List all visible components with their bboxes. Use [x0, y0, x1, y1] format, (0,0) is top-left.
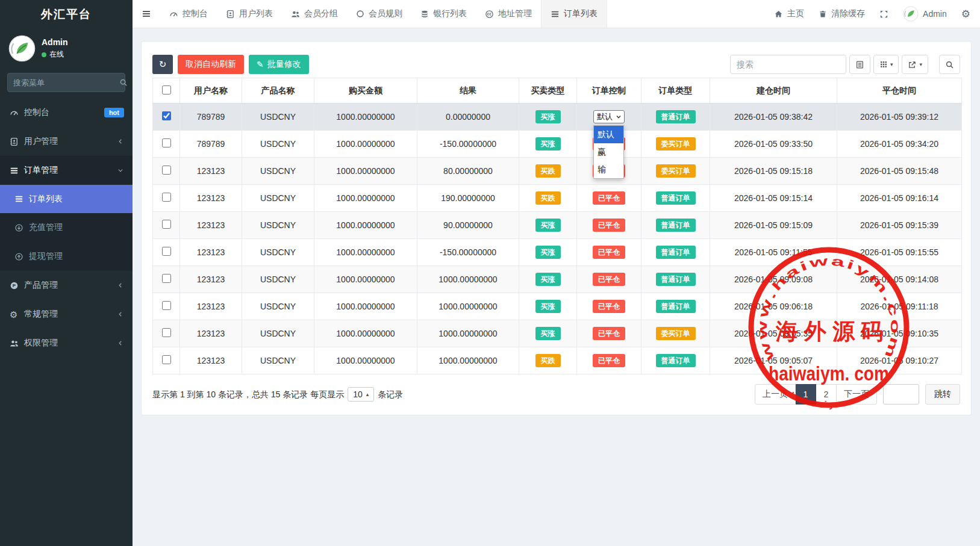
refresh-button[interactable]: ↻	[152, 55, 173, 74]
side-cell: 买跌	[519, 185, 577, 212]
sidebar-item-order-mgmt[interactable]: 订单管理	[0, 156, 133, 185]
records-info: 显示第 1 到第 10 条记录，总共 15 条记录 每页显示10▴条记录	[152, 387, 403, 402]
sidebar-item-label: 权限管理	[24, 338, 117, 349]
nav-tab-label: 控制台	[183, 8, 208, 19]
cc-icon	[485, 10, 494, 19]
row-checkbox[interactable]	[162, 247, 171, 256]
page-size-value: 10	[353, 389, 363, 399]
dropdown-option[interactable]: 输	[594, 161, 623, 178]
refresh-icon: ↻	[159, 59, 167, 70]
row-checkbox[interactable]	[162, 220, 171, 229]
clear-cache-link[interactable]: 清除缓存	[819, 8, 865, 19]
sidebar-item-general-mgmt[interactable]: ⚙ 常规管理	[0, 300, 133, 329]
fullscreen-icon[interactable]	[879, 10, 888, 19]
sidebar-item-order-list[interactable]: 订单列表	[0, 185, 133, 213]
open-time-cell: 2026-01-05 09:38:42	[710, 104, 837, 131]
select-all-checkbox[interactable]	[162, 85, 171, 95]
row-checkbox[interactable]	[162, 355, 171, 364]
order-type-badge: 委买订单	[656, 137, 696, 150]
page-size-select[interactable]: 10▴	[348, 387, 374, 402]
result-cell: 90.00000000	[417, 212, 519, 239]
cancel-auto-refresh-button[interactable]: 取消自动刷新	[178, 55, 244, 74]
navbar-user-menu[interactable]: Admin	[903, 6, 947, 22]
dropdown-option[interactable]: 赢	[594, 143, 623, 161]
side-cell: 买涨	[519, 320, 577, 347]
order-mgmt-submenu: 订单列表 充值管理 提现管理	[0, 185, 133, 271]
nav-tab-member-group[interactable]: 会员分组	[282, 0, 347, 28]
clipboard-icon	[855, 60, 864, 69]
address-book-icon	[226, 10, 235, 19]
nav-tab-order-list[interactable]: 订单列表	[541, 0, 607, 28]
col-result: 结果	[417, 78, 519, 104]
table-search-input[interactable]	[730, 55, 846, 74]
nav-tab-address-mgmt[interactable]: 地址管理	[476, 0, 541, 28]
nav-tab-dashboard[interactable]: 控制台	[160, 0, 217, 28]
close-time-cell: 2026-01-05 09:14:08	[837, 266, 962, 293]
nav-tab-bank-list[interactable]: 银行列表	[411, 0, 476, 28]
users-icon	[10, 339, 24, 348]
col-user: 用户名称	[180, 78, 242, 104]
amount-cell: 1000.00000000	[314, 347, 417, 374]
users-icon	[291, 10, 300, 19]
nav-tab-member-rules[interactable]: 会员规则	[347, 0, 411, 28]
table-toolbar: ↻ 取消自动刷新 ✎批量修改 ▾ ▾	[152, 55, 960, 74]
row-checkbox[interactable]	[162, 138, 171, 147]
open-time-cell: 2026-01-05 09:15:09	[710, 212, 837, 239]
row-checkbox[interactable]	[162, 193, 171, 202]
home-link[interactable]: 主页	[774, 8, 804, 19]
side-cell: 买涨	[519, 212, 577, 239]
side-badge: 买跌	[535, 164, 561, 178]
order-control-select[interactable]: 默认	[593, 110, 625, 123]
page-button-2[interactable]: 2	[816, 384, 837, 405]
jump-button[interactable]: 跳转	[925, 384, 960, 405]
product-cell: USDCNY	[242, 212, 314, 239]
closed-badge: 已平仓	[593, 354, 625, 367]
type-cell: 普通订单	[641, 347, 710, 374]
sidebar-item-user-mgmt[interactable]: 用户管理	[0, 127, 133, 156]
columns-button[interactable]: ▾	[873, 55, 899, 74]
table-row: 123123USDCNY1000.0000000090.00000000买涨已平…	[153, 212, 962, 239]
hot-badge: hot	[104, 108, 124, 117]
dropdown-option[interactable]: 默认	[594, 126, 623, 143]
side-badge: 买跌	[535, 191, 561, 205]
result-cell: 1000.00000000	[417, 320, 519, 347]
row-checkbox[interactable]	[162, 328, 171, 337]
product-cell: USDCNY	[242, 104, 314, 131]
product-cell: USDCNY	[242, 293, 314, 320]
product-cell: USDCNY	[242, 347, 314, 374]
row-checkbox[interactable]	[162, 166, 171, 175]
page-button-1[interactable]: 1	[796, 384, 816, 405]
prev-page-button[interactable]: 上一页	[755, 384, 796, 405]
navbar-right: 主页 清除缓存 Admin ⚙	[774, 0, 980, 28]
batch-edit-button[interactable]: ✎批量修改	[249, 55, 309, 74]
settings-gear-icon[interactable]: ⚙	[961, 9, 970, 19]
next-page-button[interactable]: 下一页	[837, 384, 877, 405]
sidebar-item-recharge-mgmt[interactable]: 充值管理	[0, 213, 133, 242]
sidebar-item-dashboard[interactable]: 控制台 hot	[0, 98, 133, 127]
sidebar-item-withdraw-mgmt[interactable]: 提现管理	[0, 242, 133, 271]
card-footer: 显示第 1 到第 10 条记录，总共 15 条记录 每页显示10▴条记录 上一页…	[152, 382, 960, 406]
chevron-left-icon	[117, 311, 124, 318]
sidebar-item-label: 常规管理	[24, 309, 117, 320]
jump-page-input[interactable]	[883, 384, 919, 405]
list-icon	[14, 194, 29, 203]
trash-icon	[819, 10, 827, 19]
sidebar-search-input[interactable]	[13, 78, 119, 87]
sidebar-item-label: 充值管理	[29, 222, 124, 233]
chevron-down-icon	[117, 167, 124, 174]
close-time-cell: 2026-01-05 09:10:35	[837, 320, 962, 347]
row-checkbox[interactable]	[162, 301, 171, 310]
hamburger-icon[interactable]	[133, 0, 160, 28]
row-checkbox[interactable]	[162, 111, 171, 120]
export-button[interactable]: ▾	[902, 55, 928, 74]
nav-tab-user-list[interactable]: 用户列表	[217, 0, 282, 28]
sidebar-item-permission-mgmt[interactable]: 权限管理	[0, 329, 133, 358]
search-button[interactable]	[939, 55, 960, 74]
closed-badge: 已平仓	[593, 246, 625, 259]
side-cell: 买涨	[519, 131, 577, 158]
sidebar-item-product-mgmt[interactable]: P 产品管理	[0, 271, 133, 300]
sidebar-item-label: 产品管理	[24, 280, 117, 291]
close-time-cell: 2026-01-05 09:10:27	[837, 347, 962, 374]
row-checkbox[interactable]	[162, 274, 171, 283]
toggle-view-button[interactable]	[849, 55, 870, 74]
